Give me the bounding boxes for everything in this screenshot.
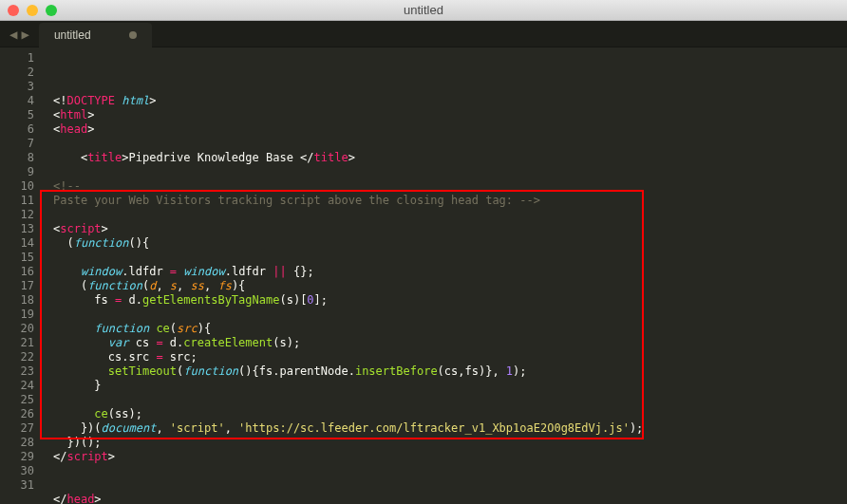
titlebar: untitled xyxy=(0,0,847,21)
code-line[interactable]: function ce(src){ xyxy=(53,322,838,336)
code-line[interactable] xyxy=(53,251,838,265)
code-line[interactable]: <!DOCTYPE html> xyxy=(53,94,838,108)
line-number: 30 xyxy=(0,464,34,478)
code-content[interactable]: <!DOCTYPE html><html><head> <title>Piped… xyxy=(44,47,847,504)
code-line[interactable]: <title>Pipedrive Knowledge Base </title> xyxy=(53,151,838,165)
minimize-window-button[interactable] xyxy=(27,5,38,16)
line-number: 26 xyxy=(0,407,34,421)
line-number: 5 xyxy=(0,108,34,122)
line-number: 1 xyxy=(0,51,34,65)
line-number: 16 xyxy=(0,265,34,279)
line-number: 17 xyxy=(0,279,34,293)
close-window-button[interactable] xyxy=(8,5,19,16)
line-number: 15 xyxy=(0,251,34,265)
line-number: 22 xyxy=(0,350,34,364)
line-number: 31 xyxy=(0,478,34,493)
line-number: 24 xyxy=(0,379,34,393)
code-line[interactable]: })(document, 'script', 'https://sc.lfeed… xyxy=(53,421,838,436)
line-number: 23 xyxy=(0,364,34,379)
code-line[interactable] xyxy=(53,165,838,179)
traffic-lights xyxy=(0,5,57,16)
nav-back-icon[interactable]: ◀ xyxy=(9,27,17,42)
line-number: 4 xyxy=(0,94,34,108)
line-number: 28 xyxy=(0,436,34,450)
nav-forward-icon[interactable]: ▶ xyxy=(21,27,28,42)
line-number: 13 xyxy=(0,222,34,236)
line-number: 3 xyxy=(0,80,34,94)
maximize-window-button[interactable] xyxy=(46,5,57,16)
nav-arrows: ◀ ▶ xyxy=(0,27,39,42)
code-line[interactable]: <!-- xyxy=(53,179,838,194)
line-number-gutter: 1234567891011121314151617181920212223242… xyxy=(0,47,44,504)
line-number: 10 xyxy=(0,179,34,194)
line-number: 29 xyxy=(0,450,34,464)
code-line[interactable]: var cs = d.createElement(s); xyxy=(53,336,838,350)
code-line[interactable] xyxy=(53,137,838,151)
code-line[interactable]: <script> xyxy=(53,222,838,236)
line-number: 14 xyxy=(0,236,34,251)
line-number: 6 xyxy=(0,122,34,137)
window-title: untitled xyxy=(404,3,443,17)
line-number: 27 xyxy=(0,421,34,436)
code-line[interactable]: Paste your Web Visitors tracking script … xyxy=(53,194,838,208)
code-line[interactable]: <head> xyxy=(53,122,838,137)
tab-label: untitled xyxy=(54,28,91,42)
tab-bar: ◀ ▶ untitled xyxy=(0,21,847,47)
line-number: 19 xyxy=(0,308,34,322)
code-line[interactable] xyxy=(53,208,838,222)
line-number: 25 xyxy=(0,393,34,407)
code-line[interactable]: fs = d.getElementsByTagName(s)[0]; xyxy=(53,293,838,308)
line-number: 2 xyxy=(0,65,34,80)
line-number: 12 xyxy=(0,208,34,222)
line-number: 11 xyxy=(0,194,34,208)
code-line[interactable] xyxy=(53,478,838,493)
code-line[interactable]: (function(d, s, ss, fs){ xyxy=(53,279,838,293)
code-line[interactable]: cs.src = src; xyxy=(53,350,838,364)
line-number: 18 xyxy=(0,293,34,308)
line-number: 9 xyxy=(0,165,34,179)
code-line[interactable]: })(); xyxy=(53,436,838,450)
code-line[interactable] xyxy=(53,308,838,322)
line-number: 20 xyxy=(0,322,34,336)
code-line[interactable] xyxy=(53,464,838,478)
code-line[interactable]: ce(ss); xyxy=(53,407,838,421)
code-line[interactable]: </head> xyxy=(53,493,838,504)
tab-dirty-indicator-icon xyxy=(129,31,137,39)
line-number: 21 xyxy=(0,336,34,350)
code-line[interactable]: </script> xyxy=(53,450,838,464)
line-number: 7 xyxy=(0,137,34,151)
code-line[interactable]: <html> xyxy=(53,108,838,122)
code-line[interactable] xyxy=(53,393,838,407)
editor[interactable]: 1234567891011121314151617181920212223242… xyxy=(0,47,847,504)
code-line[interactable]: window.ldfdr = window.ldfdr || {}; xyxy=(53,265,838,279)
line-number: 8 xyxy=(0,151,34,165)
code-line[interactable]: } xyxy=(53,379,838,393)
code-line[interactable]: (function(){ xyxy=(53,236,838,251)
tab-untitled[interactable]: untitled xyxy=(39,23,152,47)
code-line[interactable]: setTimeout(function(){fs.parentNode.inse… xyxy=(53,364,838,379)
